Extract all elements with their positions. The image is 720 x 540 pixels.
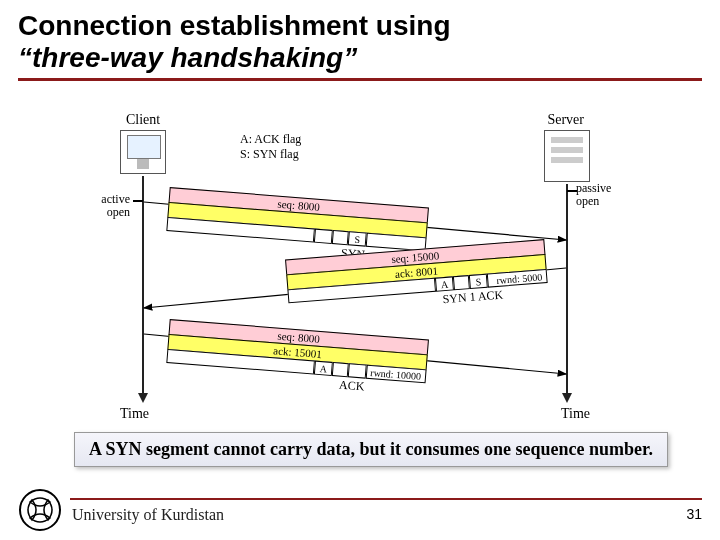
client-timeline [142, 176, 144, 394]
legend-ack: A: ACK flag [240, 132, 301, 147]
note-box: A SYN segment cannot carry data, but it … [74, 432, 668, 467]
footer-org: University of Kurdistan [72, 506, 224, 524]
server-timeline [566, 184, 568, 394]
uok-logo [18, 488, 62, 532]
server-timeline-arrowhead [562, 393, 572, 403]
legend: A: ACK flag S: SYN flag [240, 132, 301, 162]
server-label: Server [547, 112, 584, 128]
footer-rule [70, 498, 702, 500]
client-icon [120, 130, 166, 174]
title-underline [18, 78, 702, 81]
title-line-1: Connection establishment using [18, 10, 702, 42]
segment-synack: seq: 15000 ack: 8001 A S rwnd: 5000 SYN … [285, 240, 548, 303]
active-open-label: active open [90, 193, 130, 218]
time-label-right: Time [561, 406, 590, 422]
handshake-diagram: Client Server A: ACK flag S: SYN flag ac… [90, 110, 620, 420]
server-icon [544, 130, 590, 182]
slide-title: Connection establishment using “three-wa… [18, 10, 702, 81]
passive-open-label: passive open [576, 182, 620, 207]
segment-syn: seq: 8000 S SYN [166, 188, 429, 251]
legend-syn: S: SYN flag [240, 147, 301, 162]
page-number: 31 [686, 506, 702, 522]
client-tick-active-open [133, 200, 143, 202]
note-text: A SYN segment cannot carry data, but it … [89, 439, 653, 459]
svg-point-3 [20, 490, 60, 530]
ack-caption: ACK [339, 378, 365, 395]
title-line-2: “three-way handshaking” [18, 42, 702, 74]
client-label: Client [126, 112, 160, 128]
segment-ack: seq: 8000 ack: 15001 A rwnd: 10000 ACK [166, 320, 429, 383]
client-timeline-arrowhead [138, 393, 148, 403]
time-label-left: Time [120, 406, 149, 422]
